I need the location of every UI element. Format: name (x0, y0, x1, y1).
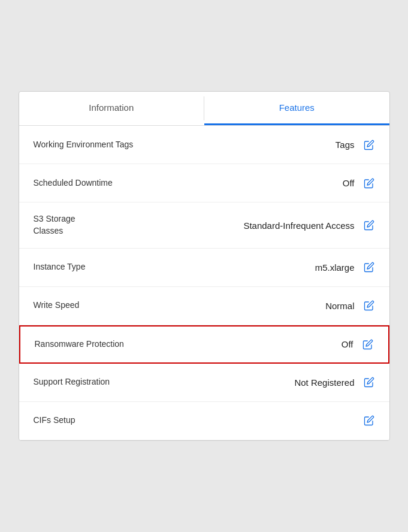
working-environment-tags-value: Tags (336, 140, 355, 150)
tab-features-label: Features (279, 102, 315, 113)
row-support-registration: Support Registration Not Registered (19, 364, 389, 402)
scheduled-downtime-value: Off (343, 178, 355, 188)
instance-type-label: Instance Type (34, 261, 315, 273)
support-registration-value: Not Registered (294, 377, 354, 388)
row-s3-storage-classes: S3 StorageClasses Standard-Infrequent Ac… (19, 202, 389, 248)
row-instance-type: Instance Type m5.xlarge (19, 249, 389, 287)
cifs-setup-edit-icon[interactable] (363, 415, 375, 426)
cifs-setup-label: CIFs Setup (34, 415, 355, 427)
row-scheduled-downtime: Scheduled Downtime Off (19, 164, 389, 202)
scheduled-downtime-edit-icon[interactable] (363, 178, 375, 189)
row-working-environment-tags: Working Environment Tags Tags (19, 126, 389, 164)
write-speed-value: Normal (325, 301, 354, 311)
features-panel: Information Features Working Environment… (19, 91, 390, 440)
write-speed-label: Write Speed (34, 300, 326, 312)
row-ransomware-protection: Ransomware Protection Off (19, 325, 389, 364)
tab-information[interactable]: Information (19, 92, 204, 125)
support-registration-label: Support Registration (34, 376, 295, 388)
working-environment-tags-edit-icon[interactable] (363, 140, 375, 150)
s3-storage-classes-label: S3 StorageClasses (34, 213, 244, 237)
ransomware-protection-label: Ransomware Protection (35, 338, 341, 350)
ransomware-protection-edit-icon[interactable] (362, 339, 374, 350)
support-registration-edit-icon[interactable] (363, 377, 375, 388)
scheduled-downtime-label: Scheduled Downtime (34, 177, 343, 189)
tab-bar: Information Features (19, 92, 389, 126)
instance-type-edit-icon[interactable] (363, 262, 375, 273)
row-write-speed: Write Speed Normal (19, 287, 389, 325)
instance-type-value: m5.xlarge (315, 262, 355, 273)
ransomware-protection-value: Off (341, 339, 353, 349)
s3-storage-classes-value: Standard-Infrequent Access (243, 220, 354, 231)
tab-information-label: Information (89, 102, 134, 113)
tab-features[interactable]: Features (204, 92, 389, 125)
features-content: Working Environment Tags Tags Scheduled … (19, 126, 389, 440)
write-speed-edit-icon[interactable] (363, 300, 375, 311)
s3-storage-classes-edit-icon[interactable] (363, 220, 375, 231)
row-cifs-setup: CIFs Setup (19, 402, 389, 440)
working-environment-tags-label: Working Environment Tags (34, 139, 336, 151)
